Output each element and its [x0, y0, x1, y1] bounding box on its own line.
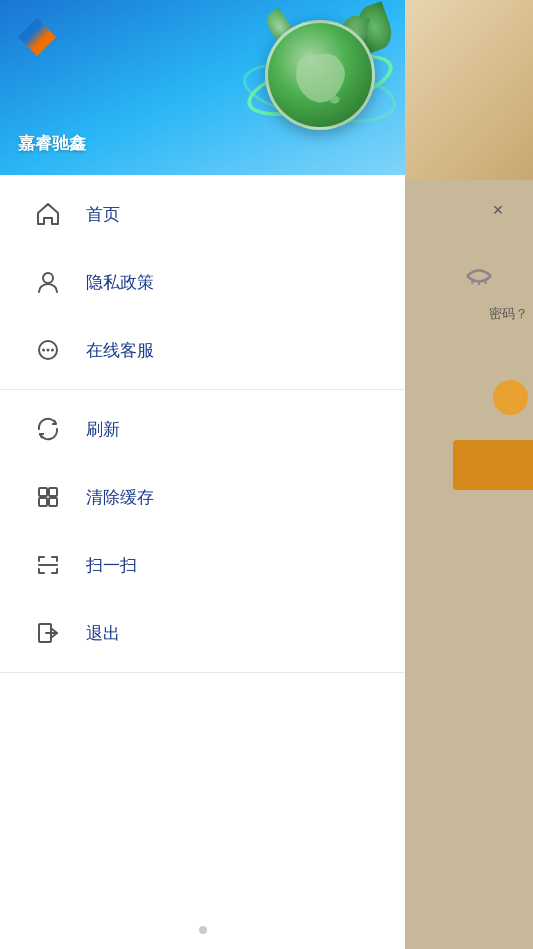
logo-diamond	[18, 18, 56, 56]
svg-point-8	[51, 349, 54, 352]
globe-decoration	[250, 5, 395, 160]
brand-name: 嘉睿驰鑫	[18, 132, 86, 155]
scan-icon	[30, 547, 66, 583]
cache-icon	[30, 479, 66, 515]
drawer-header: 嘉睿驰鑫	[0, 0, 405, 175]
logout-icon	[30, 615, 66, 651]
menu-label-customer-service: 在线客服	[86, 339, 154, 362]
drawer-menu: 首页 隐私政策	[0, 175, 405, 911]
menu-item-logout[interactable]: 退出	[0, 599, 405, 667]
menu-item-clear-cache[interactable]: 清除缓存	[0, 463, 405, 531]
svg-line-1	[472, 280, 473, 284]
logo-diamond-shape	[18, 18, 56, 56]
menu-item-privacy[interactable]: 隐私政策	[0, 248, 405, 316]
eye-icon	[465, 260, 493, 292]
home-icon	[30, 196, 66, 232]
svg-point-4	[43, 273, 53, 283]
svg-point-7	[47, 349, 50, 352]
menu-item-scan[interactable]: 扫一扫	[0, 531, 405, 599]
page-dot-indicator	[199, 926, 207, 934]
right-panel-top	[403, 0, 533, 180]
svg-point-6	[42, 349, 45, 352]
person-icon	[30, 264, 66, 300]
orange-button[interactable]	[453, 440, 533, 490]
svg-rect-12	[49, 498, 57, 506]
svg-line-2	[485, 280, 486, 284]
svg-rect-9	[39, 488, 47, 496]
orange-circle	[493, 380, 528, 415]
right-panel: × 密码？	[403, 0, 533, 949]
menu-label-refresh: 刷新	[86, 418, 120, 441]
svg-rect-11	[39, 498, 47, 506]
close-button[interactable]: ×	[483, 195, 513, 225]
refresh-icon	[30, 411, 66, 447]
chat-icon	[30, 332, 66, 368]
menu-section-2: 刷新 清除缓存	[0, 390, 405, 673]
menu-label-scan: 扫一扫	[86, 554, 137, 577]
menu-item-customer-service[interactable]: 在线客服	[0, 316, 405, 384]
menu-section-1: 首页 隐私政策	[0, 175, 405, 390]
menu-label-home: 首页	[86, 203, 120, 226]
menu-label-clear-cache: 清除缓存	[86, 486, 154, 509]
menu-label-privacy: 隐私政策	[86, 271, 154, 294]
menu-label-logout: 退出	[86, 622, 120, 645]
drawer-footer	[0, 911, 405, 949]
menu-item-refresh[interactable]: 刷新	[0, 395, 405, 463]
globe-circle	[265, 20, 375, 130]
brand-logo	[18, 18, 56, 56]
menu-item-home[interactable]: 首页	[0, 180, 405, 248]
drawer-panel: 嘉睿驰鑫 首页 隐私政策	[0, 0, 405, 949]
password-hint-text: 密码？	[489, 305, 528, 323]
svg-rect-10	[49, 488, 57, 496]
